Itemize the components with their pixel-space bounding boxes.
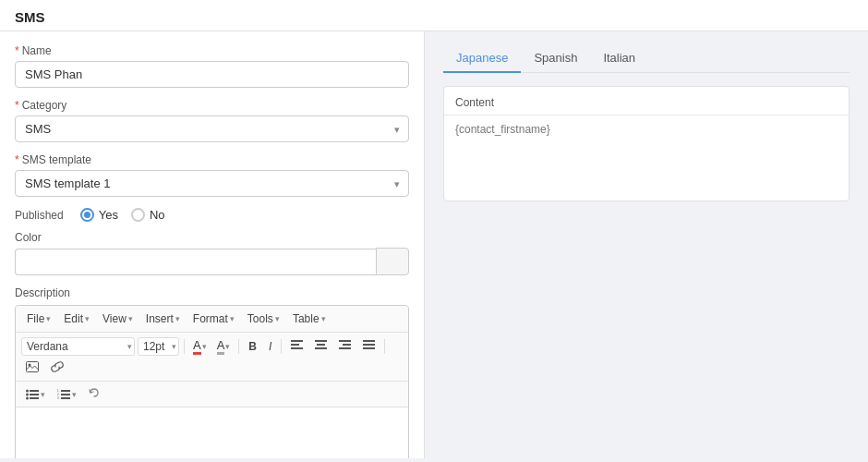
highlight-color-button[interactable]: A ▾ bbox=[213, 336, 235, 357]
svg-rect-7 bbox=[343, 344, 351, 346]
color-group: Color bbox=[15, 231, 409, 275]
separator-3 bbox=[281, 339, 282, 354]
color-label: Color bbox=[15, 231, 409, 244]
align-justify-button[interactable] bbox=[358, 338, 380, 356]
table-menu-button[interactable]: Table▾ bbox=[287, 310, 332, 328]
svg-rect-6 bbox=[339, 340, 351, 342]
file-menu-button[interactable]: File▾ bbox=[21, 310, 56, 328]
bold-button[interactable]: B bbox=[244, 338, 261, 355]
editor-body[interactable] bbox=[16, 407, 408, 458]
ol-chevron-icon: ▾ bbox=[72, 390, 77, 399]
align-right-button[interactable] bbox=[334, 338, 356, 356]
align-justify-icon bbox=[363, 340, 375, 351]
svg-point-14 bbox=[26, 389, 29, 392]
sms-template-required-star: * bbox=[15, 153, 19, 166]
editor-toolbar-bottom: Verdana Arial Times New Roman ▾ 12pt 10p… bbox=[16, 333, 408, 382]
ul-chevron-icon: ▾ bbox=[41, 390, 45, 399]
published-no-radio[interactable]: No bbox=[131, 208, 165, 222]
view-menu-button[interactable]: View▾ bbox=[97, 310, 139, 328]
category-select-wrapper: SMS Email Push ▾ bbox=[15, 116, 409, 142]
yes-label: Yes bbox=[99, 208, 118, 222]
edit-menu-button[interactable]: Edit▾ bbox=[58, 310, 95, 328]
no-label: No bbox=[150, 208, 165, 222]
svg-rect-8 bbox=[339, 347, 351, 349]
svg-rect-25 bbox=[61, 397, 70, 399]
svg-rect-11 bbox=[363, 347, 375, 349]
separator-4 bbox=[384, 339, 385, 354]
align-left-icon bbox=[291, 340, 303, 351]
svg-point-16 bbox=[26, 393, 29, 395]
tab-japanese[interactable]: Japanese bbox=[443, 44, 521, 73]
ordered-list-icon: 1. 2. 3. bbox=[57, 389, 70, 400]
highlight-a-icon: A bbox=[217, 338, 225, 355]
name-group: *Name bbox=[15, 44, 409, 88]
tools-chevron-icon: ▾ bbox=[275, 314, 280, 323]
svg-rect-1 bbox=[291, 344, 299, 346]
sms-template-select-wrapper: SMS template 1 SMS template 2 ▾ bbox=[15, 170, 409, 197]
sms-template-group: *SMS template SMS template 1 SMS templat… bbox=[15, 153, 409, 197]
right-panel: Japanese Spanish Italian Content bbox=[425, 31, 868, 458]
tab-italian[interactable]: Italian bbox=[590, 44, 648, 73]
svg-rect-5 bbox=[315, 347, 327, 349]
svg-rect-2 bbox=[291, 347, 303, 349]
font-size-select[interactable]: 12pt 10pt 14pt bbox=[138, 337, 179, 356]
view-chevron-icon: ▾ bbox=[128, 314, 133, 323]
link-icon bbox=[51, 361, 64, 372]
name-required-star: * bbox=[15, 44, 19, 57]
svg-rect-10 bbox=[363, 344, 375, 346]
align-center-icon bbox=[315, 340, 327, 351]
color-input-wrapper bbox=[15, 248, 409, 275]
font-color-button[interactable]: A ▾ bbox=[189, 336, 211, 357]
table-chevron-icon: ▾ bbox=[321, 314, 326, 323]
unordered-list-icon bbox=[26, 389, 39, 400]
svg-rect-9 bbox=[363, 340, 375, 342]
tabs-row: Japanese Spanish Italian bbox=[443, 44, 850, 73]
font-color-arrow-icon: ▾ bbox=[202, 342, 207, 351]
sms-template-select[interactable]: SMS template 1 SMS template 2 bbox=[15, 170, 409, 197]
tab-spanish[interactable]: Spanish bbox=[521, 44, 590, 73]
published-row: Published Yes No bbox=[15, 208, 409, 222]
page-title: SMS bbox=[0, 0, 868, 31]
color-text-input[interactable] bbox=[15, 249, 376, 275]
category-select[interactable]: SMS Email Push bbox=[15, 116, 409, 142]
color-swatch[interactable] bbox=[376, 248, 409, 275]
align-center-button[interactable] bbox=[310, 338, 332, 356]
published-label: Published bbox=[15, 209, 64, 222]
tools-menu-button[interactable]: Tools▾ bbox=[242, 310, 285, 328]
unordered-list-button[interactable]: ▾ bbox=[21, 387, 50, 402]
ordered-list-button[interactable]: 1. 2. 3. ▾ bbox=[53, 387, 81, 402]
svg-rect-17 bbox=[30, 394, 39, 395]
category-group: *Category SMS Email Push ▾ bbox=[15, 99, 409, 142]
content-section: Content bbox=[443, 86, 850, 201]
format-menu-button[interactable]: Format▾ bbox=[187, 310, 240, 328]
description-label: Description bbox=[15, 286, 409, 299]
separator-1 bbox=[184, 339, 185, 354]
svg-rect-21 bbox=[61, 390, 70, 392]
no-radio-circle bbox=[131, 208, 145, 222]
yes-radio-circle bbox=[80, 208, 94, 222]
category-required-star: * bbox=[15, 99, 19, 112]
name-input[interactable] bbox=[15, 61, 409, 88]
svg-rect-12 bbox=[27, 362, 39, 372]
editor-toolbar-top: File▾ Edit▾ View▾ Insert▾ Format▾ bbox=[16, 306, 408, 333]
font-size-wrapper: 12pt 10pt 14pt ▾ bbox=[138, 337, 179, 356]
description-group: Description File▾ Edit▾ View▾ Insert▾ bbox=[15, 286, 409, 458]
font-family-select[interactable]: Verdana Arial Times New Roman bbox=[21, 337, 135, 356]
published-yes-radio[interactable]: Yes bbox=[80, 208, 118, 222]
undo-button[interactable] bbox=[84, 385, 105, 403]
font-color-a-icon: A bbox=[193, 338, 201, 355]
svg-rect-3 bbox=[315, 340, 327, 342]
insert-link-button[interactable] bbox=[46, 359, 68, 377]
svg-rect-15 bbox=[30, 390, 39, 392]
insert-image-button[interactable] bbox=[21, 359, 43, 377]
content-textarea[interactable] bbox=[444, 115, 849, 198]
undo-icon bbox=[89, 387, 101, 398]
insert-menu-button[interactable]: Insert▾ bbox=[140, 310, 186, 328]
separator-2 bbox=[238, 339, 239, 354]
italic-button[interactable]: I bbox=[264, 338, 276, 355]
name-label: *Name bbox=[15, 44, 409, 57]
published-radio-group: Yes No bbox=[80, 208, 165, 222]
align-left-button[interactable] bbox=[286, 338, 307, 356]
format-chevron-icon: ▾ bbox=[230, 314, 235, 323]
image-icon bbox=[26, 361, 39, 372]
